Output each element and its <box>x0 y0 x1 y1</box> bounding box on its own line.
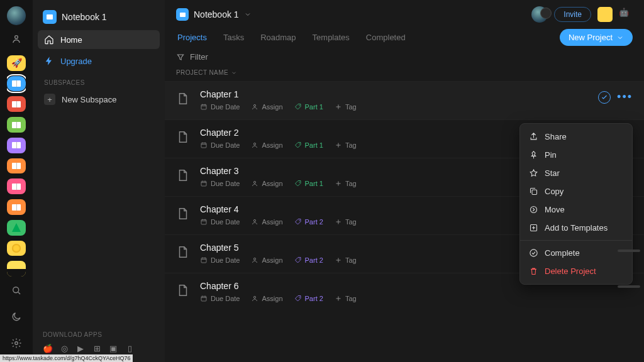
tab-completed[interactable]: Completed <box>365 29 407 46</box>
due-date-button[interactable]: Due Date <box>200 295 240 302</box>
breadcrumb[interactable]: Notebook 1 <box>176 8 252 21</box>
assign-button[interactable]: Assign <box>251 256 282 264</box>
nav-upgrade[interactable]: Upgrade <box>38 52 160 70</box>
new-subspace[interactable]: + New Subspace <box>38 90 160 109</box>
chrome-icon[interactable]: ◎ <box>59 343 69 353</box>
scrollbar-thumb[interactable] <box>618 285 640 288</box>
part-tag[interactable]: Part 2 <box>294 256 323 264</box>
breadcrumb-workspace-icon <box>176 8 189 21</box>
invite-button[interactable]: Invite <box>554 7 591 22</box>
workspace-tile-0[interactable]: 🚀 <box>7 55 26 71</box>
document-icon <box>176 282 190 299</box>
add-tag-button[interactable]: Tag <box>335 103 357 111</box>
assign-button[interactable]: Assign <box>251 218 282 226</box>
new-subspace-label: New Subspace <box>62 95 116 104</box>
appstore-icon[interactable]: ▣ <box>108 343 118 353</box>
workspace-tile-5[interactable] <box>7 158 26 174</box>
bolt-icon <box>44 56 54 66</box>
theme-toggle-icon[interactable] <box>8 308 25 326</box>
part-tag[interactable]: Part 2 <box>294 218 323 226</box>
column-header-label: PROJECT NAME <box>176 69 228 76</box>
ctx-share[interactable]: Share <box>520 128 632 146</box>
nav-home[interactable]: Home <box>38 30 160 49</box>
due-date-button[interactable]: Due Date <box>200 141 240 149</box>
complete-toggle[interactable] <box>598 91 611 104</box>
due-date-button[interactable]: Due Date <box>200 180 240 187</box>
settings-icon[interactable] <box>8 334 25 352</box>
add-tag-button[interactable]: Tag <box>335 295 357 302</box>
ctx-add-templates[interactable]: Add to Templates <box>520 219 632 237</box>
part-tag[interactable]: Part 1 <box>294 141 323 149</box>
tabs: ProjectsTasksRoadmapTemplatesCompleted N… <box>165 29 644 46</box>
ctx-pin[interactable]: Pin <box>520 146 632 164</box>
assign-button[interactable]: Assign <box>251 141 282 149</box>
part-tag[interactable]: Part 1 <box>294 180 323 187</box>
notification-badge[interactable] <box>597 7 613 22</box>
add-tag-button[interactable]: Tag <box>335 218 357 226</box>
members-icon[interactable] <box>8 30 25 48</box>
assign-button[interactable]: Assign <box>251 103 282 111</box>
assistant-icon[interactable]: 🤖 <box>619 8 633 21</box>
complete-icon <box>529 248 538 258</box>
filter-button[interactable]: Filter <box>165 46 644 65</box>
share-icon <box>529 132 538 141</box>
pin-icon <box>529 150 538 160</box>
ctx-delete[interactable]: Delete Project <box>520 262 632 280</box>
project-title: Chapter 1 <box>200 89 633 99</box>
workspace-tile-8[interactable] <box>7 220 26 236</box>
part-tag[interactable]: Part 1 <box>294 103 323 111</box>
tab-roadmap[interactable]: Roadmap <box>259 29 297 46</box>
main-panel: Notebook 1 Invite 🤖 ProjectsTasksRoadmap… <box>165 0 644 362</box>
header-avatar[interactable] <box>531 6 548 23</box>
add-tag-button[interactable]: Tag <box>335 180 357 187</box>
ctx-complete[interactable]: Complete <box>520 244 632 262</box>
new-project-button[interactable]: New Project <box>560 29 633 46</box>
assign-button[interactable]: Assign <box>251 180 282 187</box>
user-avatar[interactable] <box>7 6 26 25</box>
topbar: Notebook 1 Invite 🤖 <box>165 0 644 29</box>
add-tag-button[interactable]: Tag <box>335 141 357 149</box>
workspace-tile-7[interactable] <box>7 199 26 215</box>
mobile-icon[interactable]: ▯ <box>125 343 135 353</box>
scrollbar-thumb[interactable] <box>618 250 640 252</box>
move-icon <box>529 205 538 214</box>
more-actions-icon[interactable]: ••• <box>617 90 633 104</box>
workspace-tile-1[interactable] <box>7 76 26 92</box>
workspace-switcher[interactable]: Notebook 1 <box>38 6 160 28</box>
workspace-tile-4[interactable] <box>7 138 26 153</box>
project-row[interactable]: Chapter 1 Due Date Assign Part 1 Tag ••• <box>165 81 644 119</box>
trash-icon <box>529 266 538 276</box>
add-tag-button[interactable]: Tag <box>335 256 357 264</box>
tab-projects[interactable]: Projects <box>176 29 208 46</box>
due-date-button[interactable]: Due Date <box>200 256 240 264</box>
workspace-tile-2[interactable] <box>7 96 26 112</box>
play-icon[interactable]: ▶ <box>75 343 86 353</box>
workspace-tile-10[interactable] <box>7 261 26 277</box>
column-header-name[interactable]: PROJECT NAME <box>165 65 644 81</box>
workspace-rail: 🚀 <box>0 0 33 362</box>
workspace-tile-9[interactable] <box>7 241 26 256</box>
workspace-tile-3[interactable] <box>7 117 26 133</box>
chevron-down-icon <box>616 34 624 41</box>
new-project-label: New Project <box>569 33 613 42</box>
status-bar-url: https://www.taskade.com/d/g7hQ4CckQYAceH… <box>0 354 133 362</box>
workspace-tile-6[interactable] <box>7 178 26 194</box>
workspace-icon <box>43 10 57 24</box>
subspaces-heading: SUBSPACES <box>38 70 160 90</box>
apple-icon[interactable]: 🍎 <box>43 343 53 353</box>
home-icon <box>44 35 54 45</box>
context-menu: SharePinStarCopyMoveAdd to TemplatesComp… <box>519 123 633 285</box>
ctx-move[interactable]: Move <box>520 200 632 219</box>
windows-icon[interactable]: ⊞ <box>92 343 102 353</box>
due-date-button[interactable]: Due Date <box>200 218 240 226</box>
search-icon[interactable] <box>8 282 25 299</box>
assign-button[interactable]: Assign <box>251 295 282 302</box>
tab-templates[interactable]: Templates <box>311 29 351 46</box>
due-date-button[interactable]: Due Date <box>200 103 240 111</box>
ctx-copy[interactable]: Copy <box>520 182 632 200</box>
ctx-star[interactable]: Star <box>520 164 632 182</box>
document-icon <box>176 167 190 184</box>
part-tag[interactable]: Part 2 <box>294 295 323 302</box>
download-apps-row: 🍎 ◎ ▶ ⊞ ▣ ▯ <box>43 343 155 353</box>
tab-tasks[interactable]: Tasks <box>222 29 245 46</box>
